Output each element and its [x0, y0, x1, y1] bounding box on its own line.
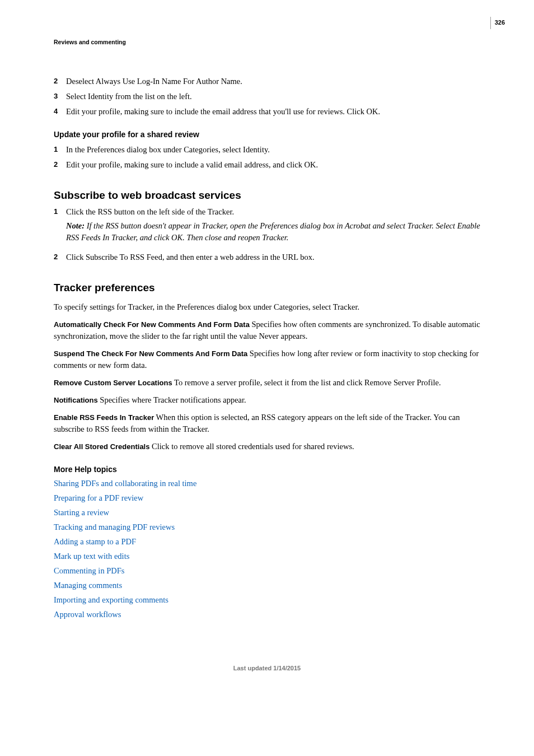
list-text: Click Subscribe To RSS Feed, and then en…	[66, 251, 480, 263]
list-number: 4	[54, 106, 66, 117]
list-item: 2 Deselect Always Use Log-In Name For Au…	[54, 76, 480, 87]
list-text: Select Identity from the list on the lef…	[66, 91, 480, 102]
note: Note: If the RSS button doesn't appear i…	[66, 220, 480, 244]
list-text: In the Preferences dialog box under Cate…	[66, 144, 480, 156]
list-number: 2	[54, 159, 66, 170]
list-item: 1 In the Preferences dialog box under Ca…	[54, 144, 480, 156]
list-number: 1	[54, 206, 66, 217]
list-number: 3	[54, 91, 66, 102]
list-number: 2	[54, 76, 66, 87]
pref-item: Notifications Specifies where Tracker no…	[54, 394, 480, 406]
note-label: Note:	[66, 221, 87, 230]
pref-label: Automatically Check For New Comments And…	[54, 320, 250, 329]
pref-label: Suspend The Check For New Comments And F…	[54, 349, 247, 358]
list-text: Edit your profile, making sure to includ…	[66, 106, 480, 118]
steps-list-1: 2 Deselect Always Use Log-In Name For Au…	[54, 76, 480, 118]
pref-item: Clear All Stored Credentials Click to re…	[54, 441, 480, 452]
help-link[interactable]: Sharing PDFs and collaborating in real t…	[54, 478, 480, 489]
list-item: 1 Click the RSS button on the left side …	[54, 206, 480, 248]
pref-item: Automatically Check For New Comments And…	[54, 319, 480, 342]
help-link[interactable]: Adding a stamp to a PDF	[54, 536, 480, 548]
help-link[interactable]: Approval workflows	[54, 609, 480, 620]
steps-list-3: 1 Click the RSS button on the left side …	[54, 206, 480, 263]
running-head: Reviews and commenting	[54, 38, 480, 46]
list-item: 3 Select Identity from the list on the l…	[54, 91, 480, 102]
list-number: 2	[54, 251, 66, 263]
heading-subscribe: Subscribe to web broadcast services	[54, 188, 480, 203]
help-link[interactable]: Tracking and managing PDF reviews	[54, 521, 480, 533]
tracker-intro: To specify settings for Tracker, in the …	[54, 301, 480, 313]
help-link[interactable]: Preparing for a PDF review	[54, 492, 480, 504]
pref-text: Specifies where Tracker notifications ap…	[98, 395, 246, 404]
help-link[interactable]: Commenting in PDFs	[54, 565, 480, 577]
list-item: 2 Edit your profile, making sure to incl…	[54, 159, 480, 171]
pref-label: Remove Custom Server Locations	[54, 379, 172, 387]
pref-item: Remove Custom Server Locations To remove…	[54, 377, 480, 389]
pref-label: Clear All Stored Credentials	[54, 442, 149, 451]
footer-last-updated: Last updated 1/14/2015	[54, 664, 480, 673]
help-link[interactable]: Importing and exporting comments	[54, 594, 480, 606]
pref-text: Click to remove all stored credentials u…	[149, 442, 354, 451]
page-number: 326	[490, 17, 505, 29]
help-link[interactable]: Mark up text with edits	[54, 550, 480, 562]
list-item: 4 Edit your profile, making sure to incl…	[54, 106, 480, 118]
heading-update-profile: Update your profile for a shared review	[54, 129, 480, 140]
list-item: 2 Click Subscribe To RSS Feed, and then …	[54, 251, 480, 263]
pref-item: Suspend The Check For New Comments And F…	[54, 348, 480, 371]
pref-text: To remove a server profile, select it fr…	[172, 378, 441, 387]
pref-item: Enable RSS Feeds In Tracker When this op…	[54, 412, 480, 435]
pref-label: Notifications	[54, 396, 98, 404]
steps-list-2: 1 In the Preferences dialog box under Ca…	[54, 144, 480, 171]
list-text: Edit your profile, making sure to includ…	[66, 159, 480, 171]
heading-more-help: More Help topics	[54, 464, 480, 475]
note-text: If the RSS button doesn't appear in Trac…	[66, 221, 480, 242]
pref-label: Enable RSS Feeds In Tracker	[54, 413, 154, 422]
list-text: Click the RSS button on the left side of…	[66, 206, 480, 218]
list-text: Deselect Always Use Log-In Name For Auth…	[66, 76, 480, 87]
heading-tracker-prefs: Tracker preferences	[54, 280, 480, 296]
list-body: Click the RSS button on the left side of…	[66, 206, 480, 248]
help-link[interactable]: Starting a review	[54, 507, 480, 519]
help-link[interactable]: Managing comments	[54, 580, 480, 591]
list-number: 1	[54, 144, 66, 155]
